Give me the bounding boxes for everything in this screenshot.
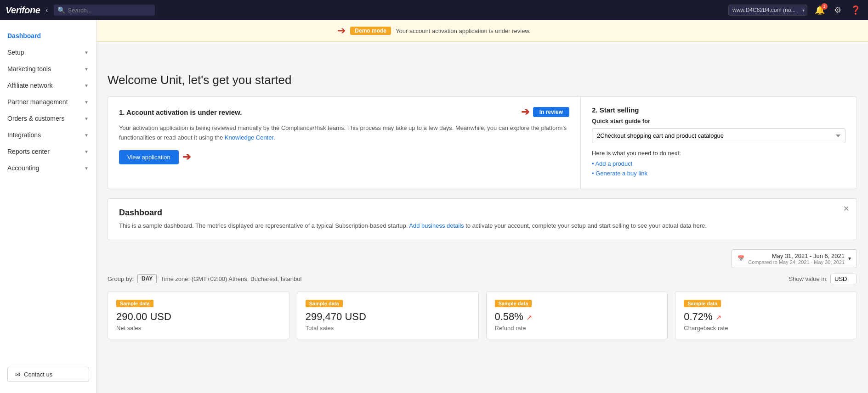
dashboard-section-close-button[interactable]: ✕ (843, 204, 849, 213)
quick-start-label: Quick start guide for (592, 118, 845, 124)
sidebar-item-reports-center[interactable]: Reports center ▼ (0, 143, 96, 160)
notification-badge: 1 (821, 3, 828, 10)
quick-links: Add a product Generate a buy link (592, 160, 845, 177)
group-by-row: Group by: DAY Time zone: (GMT+02:00) Ath… (108, 274, 857, 284)
view-application-button[interactable]: View application (119, 150, 179, 164)
chevron-down-icon: ▼ (84, 133, 89, 138)
page-title: Welcome Unit, let's get you started (108, 73, 857, 87)
chevron-down-icon: ▼ (84, 166, 89, 171)
sidebar-label-dashboard: Dashboard (7, 32, 41, 39)
dashboard-section: Dashboard This is a sample dashboard. Th… (108, 198, 857, 240)
currency-select[interactable]: USD (830, 274, 857, 284)
show-value-label: Show value in: (789, 275, 828, 282)
sample-badge: Sample data (116, 300, 153, 307)
domain-selector[interactable]: www.D4C62B4.com (no... (728, 5, 807, 16)
chevron-down-icon: ▼ (84, 116, 89, 121)
metric-value-chargeback-rate: 0.72% ↗ (684, 311, 848, 323)
metric-label-total-sales: Total sales (306, 325, 470, 331)
trend-up-icon: ↗ (526, 314, 532, 321)
show-value-selector: Show value in: USD (789, 274, 857, 284)
knowledge-center-link[interactable]: Knowledge Center. (225, 134, 275, 141)
date-picker-info: May 31, 2021 - Jun 6, 2021 Compared to M… (748, 253, 845, 265)
view-app-arrow-icon: ➔ (182, 151, 191, 163)
calendar-icon: 📅 (738, 255, 744, 262)
sidebar-label-affiliate: Affiliate network (7, 82, 53, 89)
metric-label-chargeback-rate: Chargeback rate (684, 325, 848, 331)
date-filter-row: 📅 May 31, 2021 - Jun 6, 2021 Compared to… (108, 249, 857, 268)
chevron-down-icon: ▼ (84, 83, 89, 88)
demo-badge: Demo mode (350, 27, 391, 35)
sidebar-label-accounting: Accounting (7, 164, 39, 172)
sidebar: Dashboard Setup ▼ Marketing tools ▼ Affi… (0, 20, 96, 350)
generate-buy-link[interactable]: Generate a buy link (592, 170, 845, 177)
date-range-main: May 31, 2021 - Jun 6, 2021 (772, 253, 845, 259)
domain-selector-wrapper: www.D4C62B4.com (no... (728, 5, 807, 16)
sidebar-item-setup[interactable]: Setup ▼ (0, 44, 96, 61)
search-input[interactable] (68, 7, 146, 14)
sidebar-label-marketing: Marketing tools (7, 65, 51, 73)
sidebar-item-integrations[interactable]: Integrations ▼ (0, 127, 96, 143)
demo-banner-message: Your account activation application is u… (396, 28, 531, 34)
start-selling-card: 2. Start selling Quick start guide for 2… (581, 97, 857, 189)
banner-arrow-icon: ➔ (337, 25, 346, 37)
add-product-link[interactable]: Add a product (592, 160, 845, 167)
app-logo: Verifone (6, 5, 40, 16)
layout: Dashboard Setup ▼ Marketing tools ▼ Affi… (0, 62, 868, 350)
sidebar-item-accounting[interactable]: Accounting ▼ (0, 160, 96, 176)
sidebar-item-affiliate-network[interactable]: Affiliate network ▼ (0, 77, 96, 94)
timezone-label: Time zone: (GMT+02:00) Athens, Bucharest… (160, 275, 301, 282)
activation-card-title: 1. Account activation is under review. (119, 108, 242, 116)
chevron-down-icon: ▼ (84, 149, 89, 154)
activation-card-header: 1. Account activation is under review. ➔… (119, 106, 569, 118)
metric-value-refund-rate: 0.58% ↗ (495, 311, 659, 323)
chevron-down-icon: ▼ (84, 67, 89, 72)
metric-card-net-sales: Sample data 290.00 USD Net sales (108, 292, 289, 339)
metric-card-refund-rate: Sample data 0.58% ↗ Refund rate (486, 292, 668, 339)
metrics-row: Sample data 290.00 USD Net sales Sample … (108, 292, 857, 339)
date-picker-button[interactable]: 📅 May 31, 2021 - Jun 6, 2021 Compared to… (732, 249, 857, 268)
metric-value-net-sales: 290.00 USD (116, 311, 281, 323)
sidebar-label-reports: Reports center (7, 148, 50, 155)
review-arrow-icon: ➔ (521, 106, 529, 118)
metric-value-total-sales: 299,470 USD (306, 311, 470, 323)
sidebar-label-orders: Orders & customers (7, 115, 64, 122)
help-button[interactable]: ❓ (849, 5, 862, 15)
date-range-compare: Compared to May 24, 2021 - May 30, 2021 (748, 259, 845, 265)
quick-start-select[interactable]: 2Checkout shopping cart and product cata… (592, 128, 845, 143)
metric-card-chargeback-rate: Sample data 0.72% ↗ Chargeback rate (675, 292, 857, 339)
day-badge[interactable]: DAY (137, 274, 157, 283)
search-icon: 🔍 (57, 6, 65, 14)
trend-up-icon: ↗ (715, 314, 721, 321)
sidebar-item-orders-customers[interactable]: Orders & customers ▼ (0, 110, 96, 127)
date-picker-chevron: ▾ (848, 255, 851, 262)
group-by-label: Group by: (108, 275, 134, 282)
group-by-left: Group by: DAY Time zone: (GMT+02:00) Ath… (108, 274, 301, 283)
sidebar-item-dashboard[interactable]: Dashboard (0, 28, 96, 44)
search-bar: 🔍 (54, 5, 155, 16)
top-nav: Verifone ‹ 🔍 www.D4C62B4.com (no... 🔔 1 … (0, 0, 868, 20)
start-selling-title: 2. Start selling (592, 106, 845, 114)
activation-card-body: Your activation application is being rev… (119, 124, 569, 143)
metric-label-refund-rate: Refund rate (495, 325, 659, 331)
chevron-down-icon: ▼ (84, 50, 89, 55)
badge-with-arrow: ➔ In review (521, 106, 569, 118)
settings-button[interactable]: ⚙ (832, 5, 843, 15)
collapse-nav-button[interactable]: ‹ (45, 6, 48, 14)
sample-badge: Sample data (684, 300, 721, 307)
in-review-badge: In review (533, 107, 569, 117)
dashboard-section-desc: This is a sample dashboard. The metrics … (119, 221, 845, 230)
onboarding-cards: 1. Account activation is under review. ➔… (108, 96, 857, 189)
notifications-button[interactable]: 🔔 1 (813, 5, 827, 15)
chevron-down-icon: ▼ (84, 100, 89, 105)
metric-card-total-sales: Sample data 299,470 USD Total sales (297, 292, 479, 339)
sample-badge: Sample data (306, 300, 343, 307)
add-business-details-link[interactable]: Add business details (409, 222, 464, 229)
metric-label-net-sales: Net sales (116, 325, 281, 331)
sidebar-label-integrations: Integrations (7, 131, 41, 139)
sidebar-item-partner-management[interactable]: Partner management ▼ (0, 94, 96, 110)
demo-banner: ➔ Demo mode Your account activation appl… (0, 20, 868, 42)
dashboard-section-title: Dashboard (119, 208, 845, 218)
sidebar-item-marketing-tools[interactable]: Marketing tools ▼ (0, 61, 96, 77)
sidebar-label-partner: Partner management (7, 98, 68, 106)
sample-badge: Sample data (495, 300, 532, 307)
